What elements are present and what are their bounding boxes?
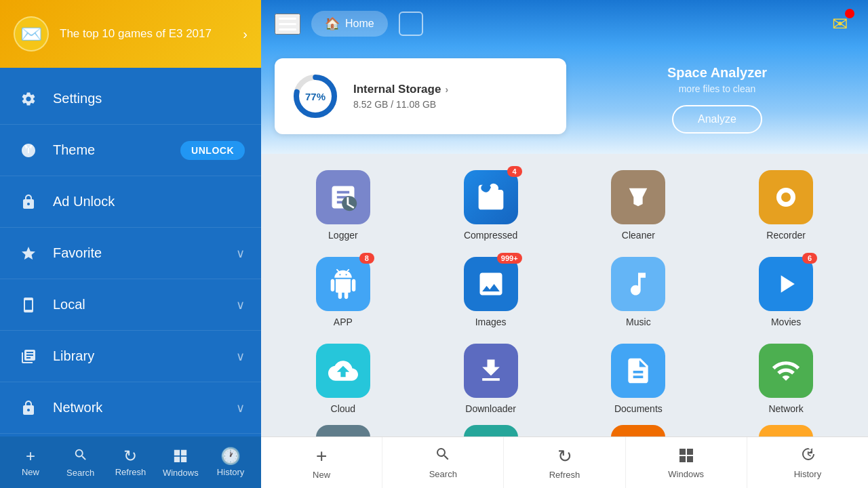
app-item-images[interactable]: 999+ Images	[422, 251, 559, 333]
sidebar-item-ad-unlock[interactable]: Ad Unlock	[0, 176, 261, 228]
storage-size: 8.52 GB / 11.08 GB	[353, 99, 550, 110]
search-icon	[73, 447, 88, 465]
sidebar: ✉️ The top 10 games of E3 2017 › Setting…	[0, 0, 261, 488]
network-label: Network	[768, 403, 803, 414]
network-icon	[759, 344, 813, 398]
partial-icon-2	[422, 425, 559, 436]
search-button[interactable]: Search	[382, 437, 504, 488]
cloud-icon-wrap	[316, 344, 370, 398]
storage-card[interactable]: 77% Internal Storage › 8.52 GB / 11.08 G…	[275, 58, 566, 134]
main-header: 🏠 Home ✉	[261, 0, 868, 47]
images-badge: 999+	[497, 253, 522, 264]
images-icon	[464, 257, 518, 311]
history-button[interactable]: History	[747, 437, 868, 488]
sidebar-windows-btn[interactable]: Windows	[155, 447, 205, 478]
banner-arrow-icon: ›	[243, 26, 248, 42]
app-item-cleaner[interactable]: Cleaner	[570, 165, 707, 246]
recorder-icon	[759, 170, 813, 224]
sidebar-favorite-label: Favorite	[53, 245, 236, 261]
sidebar-item-favorite[interactable]: Favorite ∨	[0, 228, 261, 279]
app-item-compressed[interactable]: 4 Compressed	[422, 165, 559, 246]
downloader-label: Downloader	[465, 403, 516, 414]
sidebar-new-btn[interactable]: + New	[5, 448, 56, 477]
analyze-button[interactable]: Analyze	[672, 105, 762, 134]
history-nav-icon	[800, 446, 816, 466]
mail-badge	[845, 9, 854, 18]
app-item-logger[interactable]: Logger	[275, 165, 412, 246]
movies-icon-wrap: 6	[759, 257, 813, 311]
logger-label: Logger	[328, 230, 358, 241]
home-tab[interactable]: 🏠 Home	[311, 11, 388, 37]
banner-text: The top 10 games of E3 2017	[60, 27, 232, 41]
tab-placeholder[interactable]	[399, 12, 423, 36]
sidebar-theme-label: Theme	[53, 142, 180, 158]
ad-unlock-icon	[16, 190, 41, 214]
refresh-icon: ↻	[123, 448, 137, 464]
sidebar-item-library[interactable]: Library ∨	[0, 331, 261, 382]
app-item-movies[interactable]: 6 Movies	[717, 251, 854, 333]
settings-icon	[16, 87, 41, 111]
app-icon-wrap: 8	[316, 257, 370, 311]
sidebar-banner[interactable]: ✉️ The top 10 games of E3 2017 ›	[0, 0, 261, 68]
music-icon-wrap	[611, 257, 665, 311]
storage-arrow-icon: ›	[445, 84, 448, 95]
sidebar-search-btn[interactable]: Search	[56, 447, 106, 478]
app-item-documents[interactable]: Documents	[570, 338, 707, 420]
cleaner-icon	[611, 170, 665, 224]
app-item-music[interactable]: Music	[570, 251, 707, 333]
compressed-icon-wrap: 4	[464, 170, 518, 224]
sidebar-network-label: Network	[53, 400, 236, 415]
logger-icon-wrap	[316, 170, 370, 224]
sidebar-item-network[interactable]: Network ∨	[0, 382, 261, 434]
new-button[interactable]: + New	[261, 437, 382, 488]
recorder-icon-wrap	[759, 170, 813, 224]
music-label: Music	[626, 317, 651, 327]
app-icon	[316, 257, 370, 311]
app-item-downloader[interactable]: Downloader	[422, 338, 559, 420]
compressed-badge: 4	[507, 166, 522, 177]
main-content: 🏠 Home ✉ 77% Internal Storage ›	[261, 0, 868, 488]
app-badge: 8	[359, 253, 374, 264]
app-item-cloud[interactable]: Cloud	[275, 338, 412, 420]
analyzer-subtitle: more files to clean	[679, 83, 756, 94]
search-nav-label: Search	[429, 469, 457, 479]
storage-donut: 77%	[291, 72, 340, 121]
sidebar-settings-label: Settings	[53, 91, 245, 106]
documents-icon-wrap	[611, 344, 665, 398]
storage-percent-label: 77%	[305, 91, 326, 102]
favorite-icon	[16, 241, 41, 266]
sidebar-item-theme[interactable]: Theme UNLOCK	[0, 125, 261, 176]
app-item-app[interactable]: 8 APP	[275, 251, 412, 333]
partial-icon-3	[570, 425, 707, 436]
search-label: Search	[66, 468, 94, 478]
home-icon: 🏠	[325, 16, 340, 31]
new-nav-icon: +	[316, 445, 327, 467]
sidebar-item-local[interactable]: Local ∨	[0, 279, 261, 331]
theme-icon	[16, 138, 41, 163]
windows-button[interactable]: Windows	[626, 437, 747, 488]
sidebar-history-btn[interactable]: 🕐 History	[205, 448, 256, 477]
app-item-recorder[interactable]: Recorder	[717, 165, 854, 246]
app-item-network[interactable]: Network	[717, 338, 854, 420]
downloader-icon	[464, 344, 518, 398]
windows-icon	[173, 447, 188, 465]
images-icon-wrap: 999+	[464, 257, 518, 311]
storage-area: 77% Internal Storage › 8.52 GB / 11.08 G…	[261, 47, 868, 154]
banner-mail-icon: ✉️	[14, 16, 49, 52]
hamburger-button[interactable]	[275, 14, 300, 35]
network-sidebar-icon	[16, 396, 41, 420]
movies-label: Movies	[771, 317, 801, 327]
downloader-icon-wrap	[464, 344, 518, 398]
sidebar-local-label: Local	[53, 297, 236, 312]
windows-nav-label: Windows	[668, 469, 704, 479]
library-chevron-icon: ∨	[236, 349, 245, 364]
recorder-label: Recorder	[766, 230, 806, 241]
sidebar-item-settings[interactable]: Settings	[0, 73, 261, 125]
refresh-button[interactable]: ↻ Refresh	[504, 437, 625, 488]
sidebar-menu: Settings Theme UNLOCK Ad Unlock	[0, 68, 261, 436]
sidebar-refresh-btn[interactable]: ↻ Refresh	[106, 448, 156, 477]
unlock-badge[interactable]: UNLOCK	[180, 141, 245, 160]
mail-button[interactable]: ✉	[825, 9, 854, 39]
documents-icon	[611, 344, 665, 398]
svg-point-2	[342, 196, 357, 211]
